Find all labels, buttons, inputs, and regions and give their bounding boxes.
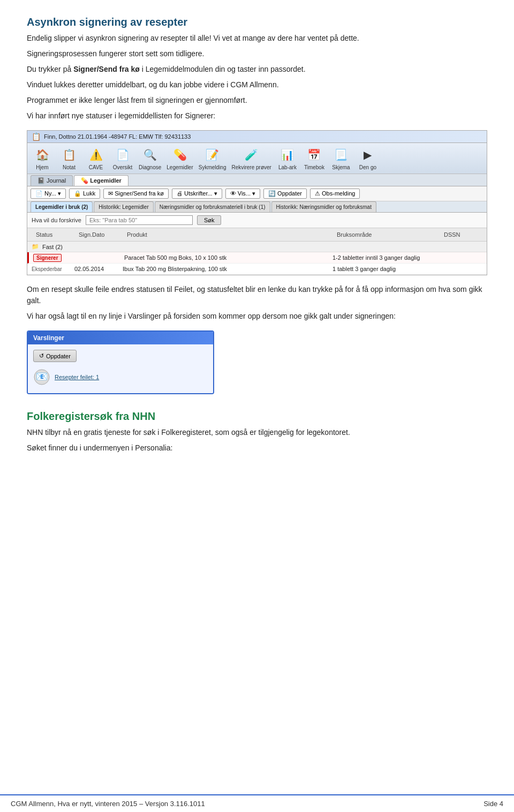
obs-melding-button[interactable]: ⚠ Obs-melding: [310, 189, 360, 199]
drug-row-ibux[interactable]: Ekspederbar 02.05.2014 Ibux Tab 200 mg B…: [27, 264, 487, 275]
para-1: Endelig slipper vi asynkron signering av…: [27, 33, 487, 44]
refresh-icon: ↺: [39, 352, 44, 359]
group-row-fast: 📁 Fast (2): [27, 242, 487, 252]
nav-timebok-label: Timebok: [304, 164, 324, 170]
nav-timebok[interactable]: 📅 Timebok: [304, 146, 325, 170]
para-6: Vi har innført nye statuser i legemiddel…: [27, 110, 487, 122]
tab-legemidler-active[interactable]: 💊 Legemidler: [74, 175, 128, 186]
th-bruksomrade: Bruksområde: [332, 230, 440, 239]
nav-sykmelding-label: Sykmelding: [199, 164, 226, 170]
search-input[interactable]: [86, 215, 193, 225]
nav-oversikt[interactable]: 📄 Oversikt: [112, 146, 133, 170]
nav-labark[interactable]: 📊 Lab-ark: [277, 146, 298, 170]
th-status: Status: [32, 230, 74, 239]
search-row: Hva vil du forskrive Søk: [27, 213, 487, 228]
section2-para-1: NHN tilbyr nå en gratis tjeneste for søk…: [27, 427, 487, 438]
nav-hjem[interactable]: 🏠 Hjem: [32, 146, 53, 170]
nav-labark-label: Lab-ark: [278, 164, 297, 170]
signerer-badge: Signerer: [33, 254, 62, 262]
nav-hjem-label: Hjem: [36, 164, 48, 170]
module-tabs: 📓 Journal 💊 Legemidler: [27, 174, 487, 186]
lem-tab-naering-hist[interactable]: Historikk: Næringsmidler og forbruksmat: [271, 201, 376, 212]
search-button[interactable]: Søk: [197, 215, 222, 225]
oversikt-icon: 📄: [114, 146, 131, 163]
tab-journal[interactable]: 📓 Journal: [31, 175, 73, 186]
lem-tab-hist[interactable]: Historikk: Legemidler: [94, 201, 153, 212]
drug-bruk-ibux: 1 tablett 3 ganger daglig: [332, 266, 440, 272]
para-4: Vinduet lukkes deretter umiddelbart, og …: [27, 79, 487, 91]
diagnose-icon: 🔍: [141, 146, 158, 163]
varslinger-warning-icon: 📧: [33, 369, 50, 386]
sykmelding-icon: 📝: [204, 146, 221, 163]
nav-notat-label: Notat: [63, 164, 75, 170]
timebok-icon: 📅: [306, 146, 323, 163]
para-2: Signeringsprosessen fungerer stort sett …: [27, 48, 487, 59]
legemidler-icon: 💊: [171, 146, 188, 163]
footer-right-text: Side 4: [483, 800, 503, 808]
nav-rekvirere-label: Rekvirere prøver: [231, 164, 271, 170]
oppdater-button[interactable]: 🔄 Oppdater: [263, 189, 307, 199]
section2-title: Folkeregistersøk fra NHN: [27, 410, 487, 423]
nav-cave-label: CAVE: [89, 164, 103, 170]
house-icon: 🏠: [34, 146, 51, 163]
middle-para-1: Om en resept skulle feile endres statuse…: [27, 284, 487, 306]
search-label: Hva vil du forskrive: [32, 217, 81, 223]
nav-legemidler[interactable]: 💊 Legemidler: [167, 146, 193, 170]
drug-name-ibux: Ibux Tab 200 mg Blisterpakning, 100 stk: [123, 266, 332, 272]
drug-status-signerer: Signerer: [33, 254, 76, 261]
action-row: 📄 Ny... ▾ 🔒 Lukk ✉ Signer/Send fra kø 🖨 …: [27, 186, 487, 201]
cgm-titlebar: 📋 Finn, Dottno 21.01.1964 -48947 FL: EMW…: [27, 131, 487, 143]
denge-icon: ▶: [359, 146, 376, 163]
cave-icon: ⚠️: [87, 146, 104, 163]
rekvirere-icon: 🧪: [243, 146, 260, 163]
drug-status-ekspederbar: Ekspederbar: [32, 266, 74, 272]
varslinger-link[interactable]: Resepter feilet: 1: [55, 374, 99, 380]
skjema-icon: 📃: [332, 146, 350, 163]
varslinger-header: Varslinger: [28, 332, 213, 344]
varslinger-oppdater-label: Oppdater: [46, 353, 71, 359]
nav-oversikt-label: Oversikt: [113, 164, 133, 170]
legemidler-tabs: Legemidler i bruk (2) Historikk: Legemid…: [27, 201, 487, 213]
nav-diagnose[interactable]: 🔍 Diagnose: [139, 146, 161, 170]
nav-row: 🏠 Hjem 📋 Notat ⚠️ CAVE 📄 Oversikt 🔍 Diag…: [27, 143, 487, 174]
drug-row-paracet[interactable]: Signerer Paracet Tab 500 mg Boks, 10 x 1…: [27, 252, 487, 264]
ekspederbar-badge: Ekspederbar: [32, 266, 62, 272]
nav-notat[interactable]: 📋 Notat: [58, 146, 80, 170]
page-footer: CGM Allmenn, Hva er nytt, vinteren 2015 …: [0, 794, 514, 812]
varslinger-link-row: 📧 Resepter feilet: 1: [33, 366, 208, 388]
varslinger-oppdater-button[interactable]: ↺ Oppdater: [33, 350, 77, 362]
svg-text:📧: 📧: [36, 371, 48, 382]
nav-legemidler-label: Legemidler: [167, 164, 193, 170]
th-dssn: DSSN: [440, 230, 482, 239]
nav-diagnose-label: Diagnose: [139, 164, 161, 170]
nav-skjema[interactable]: 📃 Skjema: [330, 146, 352, 170]
ny-button[interactable]: 📄 Ny... ▾: [31, 189, 66, 199]
drug-name-paracet: Paracet Tab 500 mg Boks, 10 x 100 stk: [124, 254, 332, 261]
middle-para-2: Vi har også lagt til en ny linje i Varsl…: [27, 311, 487, 322]
group-icon: 📁: [32, 243, 39, 250]
nav-denge-label: Den go: [359, 164, 376, 170]
nav-skjema-label: Skjema: [332, 164, 350, 170]
nav-cave[interactable]: ⚠️ CAVE: [85, 146, 107, 170]
signer-button[interactable]: ✉ Signer/Send fra kø: [103, 189, 169, 199]
utskrifter-button[interactable]: 🖨 Utskrifter... ▾: [172, 189, 222, 199]
labark-icon: 📊: [279, 146, 296, 163]
lukk-button[interactable]: 🔒 Lukk: [69, 189, 100, 199]
footer-left-text: CGM Allmenn, Hva er nytt, vinteren 2015 …: [11, 800, 205, 808]
cgm-screenshot: 📋 Finn, Dottno 21.01.1964 -48947 FL: EMW…: [27, 130, 487, 275]
varslinger-box: Varslinger ↺ Oppdater 📧 Resepter feilet:…: [27, 330, 214, 394]
page-content: Asynkron signering av resepter Endelig s…: [0, 0, 514, 501]
nav-denge[interactable]: ▶ Den go: [357, 146, 379, 170]
varslinger-body: ↺ Oppdater 📧 Resepter feilet: 1: [28, 344, 213, 393]
vis-button[interactable]: 👁 Vis... ▾: [225, 189, 260, 199]
nav-sykmelding[interactable]: 📝 Sykmelding: [199, 146, 226, 170]
group-label: Fast (2): [42, 244, 63, 250]
nav-rekvirere[interactable]: 🧪 Rekvirere prøver: [231, 146, 271, 170]
drug-date-2: 02.05.2014: [74, 266, 123, 272]
lem-tab-naering[interactable]: Næringsmidler og forbruksmateriell i bru…: [155, 201, 270, 212]
note-icon: 📋: [61, 146, 78, 163]
para-5: Programmet er ikke lenger låst frem til …: [27, 95, 487, 106]
th-produkt: Produkt: [123, 230, 332, 239]
drug-bruk-paracet: 1-2 tabletter inntil 3 ganger daglig: [332, 254, 440, 261]
lem-tab-ibruk[interactable]: Legemidler i bruk (2): [31, 201, 93, 212]
